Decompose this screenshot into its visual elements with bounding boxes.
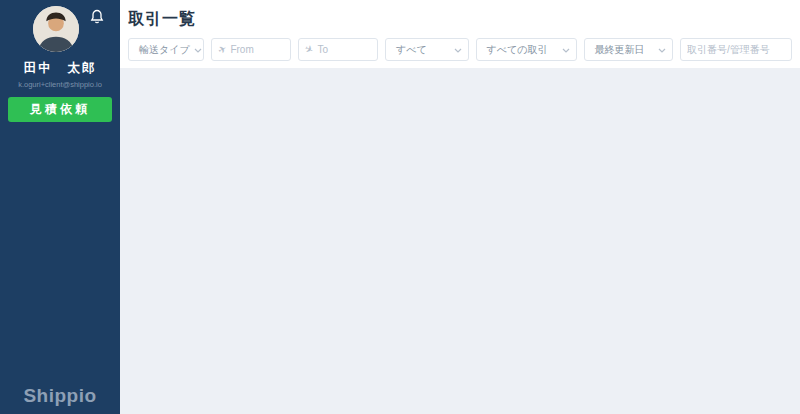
to-input[interactable] [317, 44, 371, 55]
transport-type-label: 輸送タイプ [139, 43, 190, 57]
user-avatar[interactable] [33, 6, 79, 52]
chevron-down-icon [658, 44, 666, 55]
notification-bell-icon[interactable] [90, 9, 104, 25]
chevron-down-icon [194, 44, 202, 55]
plane-arrival-icon: ✈ [303, 43, 316, 57]
to-field[interactable]: ✈ [298, 38, 378, 61]
assignee-dropdown[interactable]: すべて [385, 38, 469, 61]
from-input[interactable] [230, 44, 284, 55]
plane-departure-icon: ✈ [216, 43, 229, 57]
deal-list [120, 68, 800, 414]
chevron-down-icon [454, 44, 462, 55]
deal-type-label: すべての取引 [487, 43, 548, 57]
assignee-label: すべて [396, 43, 427, 57]
main-content: 取引一覧 輸送タイプ ✈ ✈ すべて すべての取引 [120, 0, 800, 414]
from-field[interactable]: ✈ [211, 38, 291, 61]
search-input[interactable] [687, 44, 781, 55]
shippio-logo: Shippio [0, 385, 120, 407]
user-email: k.oguri+client@shippio.io [0, 80, 120, 89]
sort-dropdown[interactable]: 最終更新日 [584, 38, 673, 61]
sidebar: 田中 太郎 k.oguri+client@shippio.io 見積依頼 Shi… [0, 0, 120, 414]
quote-request-button[interactable]: 見積依頼 [8, 97, 112, 122]
filter-bar: 輸送タイプ ✈ ✈ すべて すべての取引 [128, 38, 792, 61]
chevron-down-icon [562, 44, 570, 55]
deal-type-dropdown[interactable]: すべての取引 [476, 38, 577, 61]
user-name: 田中 太郎 [0, 60, 120, 77]
page-title: 取引一覧 [128, 9, 800, 30]
app-window: 田中 太郎 k.oguri+client@shippio.io 見積依頼 Shi… [0, 0, 800, 414]
transport-type-dropdown[interactable]: 輸送タイプ [128, 38, 204, 61]
search-field[interactable] [680, 38, 792, 61]
sort-label: 最終更新日 [595, 43, 645, 57]
